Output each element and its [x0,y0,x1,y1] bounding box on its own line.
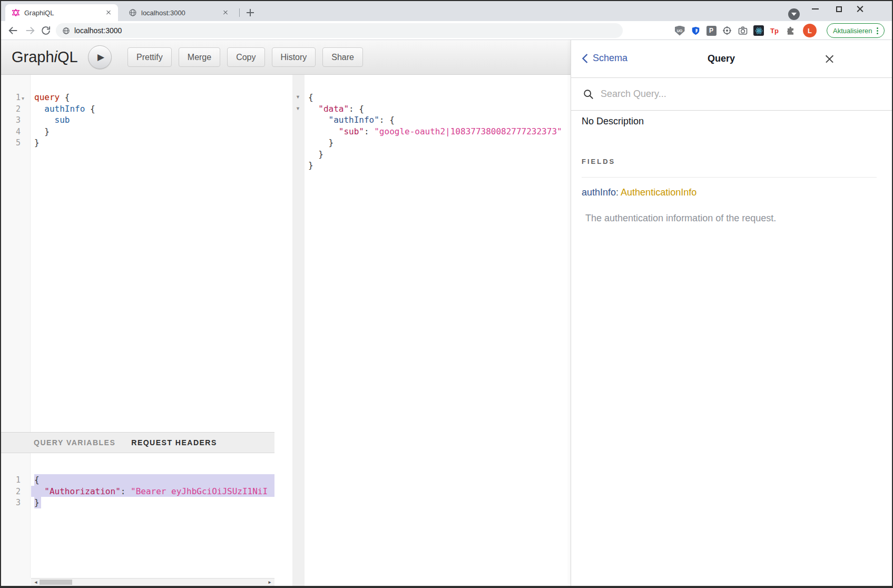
code-line: authInfo { [34,103,274,115]
execute-query-button[interactable]: ▶ [88,45,112,69]
fold-gutter: ▼▼ [292,75,305,586]
url-text: localhost:3000 [74,26,122,35]
search-icon [583,89,594,100]
tab-request-headers[interactable]: REQUEST HEADERS [131,438,217,447]
tab-title: localhost:3000 [141,9,217,17]
gutter-row: 4 [1,126,30,138]
graphiql-panel: GraphiQL ▶ Prettify Merge Copy History S… [1,40,571,586]
profile-avatar[interactable]: L [803,24,817,37]
reload-icon[interactable] [40,25,52,36]
tab-query-variables[interactable]: QUERY VARIABLES [34,438,115,447]
horizontal-scrollbar[interactable]: ◂ ▸ [1,578,274,586]
code-line: "data": { [308,103,571,115]
url-field[interactable]: localhost:3000 [56,23,623,38]
result-json: { "data": { "authInfo": { "sub": "google… [308,75,571,171]
gutter-row: 2 [1,486,30,497]
doc-search-row [571,78,892,111]
request-headers-editor[interactable]: 123 { "Authorization": "Bearer eyJhbGciO… [1,453,274,578]
query-editor[interactable]: 1▾2345 query { authInfo { sub }} [1,75,274,432]
update-browser-button[interactable]: Aktualisieren [827,23,885,38]
doc-back-label: Schema [593,53,627,64]
doc-search-input[interactable] [601,89,822,100]
gutter-row: 2 [1,103,30,115]
type-description: No Description [582,116,881,127]
query-code: query { authInfo { sub }} [31,75,274,432]
code-line: "Authorization": "Bearer eyJhbGciOiJSUzI… [34,486,274,497]
field-description: The authentication information of the re… [585,213,881,224]
back-icon[interactable] [7,25,19,36]
maximize-button[interactable] [831,2,846,16]
code-line: sub [34,114,274,126]
close-tab-icon[interactable] [221,8,230,17]
fields-section-title: FIELDS [582,158,881,165]
field-name-link[interactable]: authInfo [582,187,616,198]
tab-graphiql[interactable]: GraphiQL [5,4,118,21]
share-button[interactable]: Share [322,47,363,67]
fold-arrow-icon[interactable]: ▼ [296,106,300,111]
close-tab-icon[interactable] [104,8,113,17]
code-line: } [34,497,274,508]
chevron-left-icon [582,53,588,64]
line-number-gutter: 123 [1,453,31,578]
scrollbar-thumb[interactable] [40,580,72,585]
secondary-editor-tabs: QUERY VARIABLES REQUEST HEADERS [1,432,274,453]
code-line: } [308,137,571,149]
graphiql-main: 1▾2345 query { authInfo { sub }} QUERY V… [1,75,571,586]
play-icon: ▶ [97,52,104,63]
doc-explorer-header: Schema Query [571,40,892,78]
ublock-extension-icon[interactable]: UO [674,25,685,36]
tab-localhost[interactable]: localhost:3000 [122,4,235,21]
p-extension-icon[interactable]: P [706,25,717,36]
code-line: { [308,92,571,103]
gutter-row: 3 [1,114,30,126]
update-button-label: Aktualisieren [833,27,872,35]
merge-button[interactable]: Merge [179,47,220,67]
new-tab-button[interactable] [244,7,256,18]
prettify-button[interactable]: Prettify [127,47,172,67]
tab-separator [239,8,240,17]
doc-back-link[interactable]: Schema [582,53,627,64]
copy-button[interactable]: Copy [227,47,264,67]
gutter-row: 5 [1,137,30,149]
download-status-icon[interactable] [788,8,800,20]
code-line: } [34,137,274,149]
bitwarden-extension-icon[interactable] [690,25,701,36]
extensions-row: UO P [674,23,885,38]
scroll-left-icon[interactable]: ◂ [32,579,40,586]
doc-explorer: Schema Query No Description FIELDS authI… [571,40,892,586]
headers-code: { "Authorization": "Bearer eyJhbGciOiJSU… [31,453,274,578]
graphql-logo-icon [12,8,20,17]
scrollbar-track[interactable]: ◂ ▸ [31,578,274,586]
app-area: GraphiQL ▶ Prettify Merge Copy History S… [1,40,892,586]
minimize-button[interactable] [808,2,822,16]
fold-arrow-icon[interactable]: ▾ [22,93,29,104]
code-line: "sub": "google-oauth2|108377380082777232… [308,126,571,138]
browser-window: GraphiQL localhost:3000 [0,0,893,588]
browser-menu-icon[interactable] [875,27,880,34]
globe-icon [129,8,137,17]
puzzle-extensions-icon[interactable] [785,25,796,36]
forward-icon[interactable] [24,25,36,36]
code-line: query { [34,92,274,103]
doc-body: No Description FIELDS authInfo: Authenti… [571,116,892,224]
camera-extension-icon[interactable] [738,25,748,36]
gutter-row: 1 [1,474,30,486]
code-line: { [34,474,274,486]
history-button[interactable]: History [272,47,316,67]
line-number-gutter: 1▾2345 [1,75,31,432]
fold-arrow-icon[interactable]: ▼ [296,94,300,100]
code-line: } [308,160,571,171]
site-info-icon[interactable] [62,27,70,35]
close-window-button[interactable] [852,2,867,16]
crosshair-extension-icon[interactable] [722,25,732,36]
react-devtools-extension-icon[interactable] [753,25,764,36]
scroll-right-icon[interactable]: ▸ [266,579,273,586]
close-docs-icon[interactable] [822,52,837,66]
gutter-row: 3 [1,497,30,508]
field-type-link[interactable]: AuthenticationInfo [621,187,696,198]
result-viewer[interactable]: ▼▼ { "data": { "authInfo": { "sub": "goo… [274,75,571,586]
code-line: } [34,126,274,138]
doc-type-title: Query [650,53,792,64]
code-line: "authInfo": { [308,114,571,126]
tampermonkey-extension-icon[interactable]: Tp [769,25,780,36]
